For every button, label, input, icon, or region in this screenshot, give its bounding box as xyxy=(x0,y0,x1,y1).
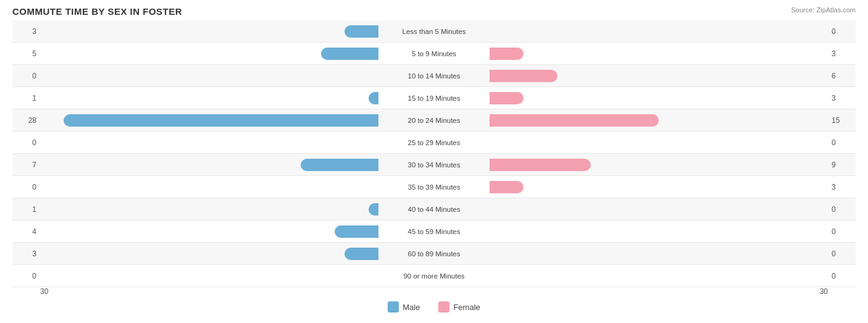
male-bar xyxy=(321,48,378,60)
left-bar-container xyxy=(40,180,378,194)
right-bar-container xyxy=(490,91,828,105)
left-bar-container xyxy=(40,47,378,61)
right-bar-container xyxy=(490,269,828,283)
female-value: 0 xyxy=(828,227,856,236)
female-bar xyxy=(490,48,524,60)
right-bar-container xyxy=(490,136,828,149)
bars-wrapper: 25 to 29 Minutes xyxy=(40,132,828,153)
axis-right: 30 xyxy=(820,287,828,296)
table-row: 7 30 to 34 Minutes 9 xyxy=(12,154,856,176)
male-bar xyxy=(344,248,378,260)
male-bar xyxy=(344,25,378,38)
row-label: 35 to 39 Minutes xyxy=(378,183,490,191)
female-bar xyxy=(490,70,557,82)
male-swatch xyxy=(388,301,399,313)
row-label: 20 to 24 Minutes xyxy=(378,117,490,124)
left-bar-container xyxy=(40,225,378,238)
table-row: 1 15 to 19 Minutes 3 xyxy=(12,87,856,109)
bars-wrapper: 40 to 44 Minutes xyxy=(40,198,828,220)
bars-wrapper: 20 to 24 Minutes xyxy=(40,109,828,131)
source-text: Source: ZipAtlas.com xyxy=(791,6,856,14)
chart-area: 3 Less than 5 Minutes 0 5 5 to 9 Minutes xyxy=(12,20,856,286)
bars-wrapper: 35 to 39 Minutes xyxy=(40,176,828,198)
table-row: 0 35 to 39 Minutes 3 xyxy=(12,176,856,198)
female-value: 0 xyxy=(828,205,856,214)
male-value: 1 xyxy=(12,94,40,103)
bars-wrapper: 15 to 19 Minutes xyxy=(40,87,828,109)
left-bar-container xyxy=(40,136,378,149)
male-value: 0 xyxy=(12,72,40,80)
female-value: 0 xyxy=(828,138,856,147)
female-value: 0 xyxy=(828,27,856,36)
male-value: 3 xyxy=(12,27,40,36)
table-row: 4 45 to 59 Minutes 0 xyxy=(12,220,856,243)
male-label: Male xyxy=(403,303,420,312)
male-value: 0 xyxy=(12,138,40,147)
row-label: 30 to 34 Minutes xyxy=(378,161,490,169)
table-row: 0 10 to 14 Minutes 6 xyxy=(12,65,856,87)
female-bar xyxy=(490,159,591,171)
female-bar xyxy=(490,181,524,193)
bars-wrapper: 10 to 14 Minutes xyxy=(40,65,828,86)
row-label: 10 to 14 Minutes xyxy=(378,72,490,80)
female-value: 9 xyxy=(828,161,856,169)
female-value: 3 xyxy=(828,183,856,191)
left-bar-container xyxy=(40,269,378,283)
right-bar-container xyxy=(490,225,828,238)
table-row: 3 Less than 5 Minutes 0 xyxy=(12,20,856,43)
row-label: 60 to 89 Minutes xyxy=(378,250,490,258)
chart-title: COMMUTE TIME BY SEX IN FOSTER xyxy=(12,6,856,17)
right-bar-container xyxy=(490,158,828,172)
male-value: 4 xyxy=(12,227,40,236)
male-value: 0 xyxy=(12,183,40,191)
female-value: 6 xyxy=(828,72,856,80)
table-row: 3 60 to 89 Minutes 0 xyxy=(12,243,856,265)
male-value: 7 xyxy=(12,161,40,169)
male-value: 5 xyxy=(12,49,40,58)
table-row: 0 90 or more Minutes 0 xyxy=(12,265,856,287)
table-row: 5 5 to 9 Minutes 3 xyxy=(12,43,856,65)
male-value: 0 xyxy=(12,272,40,280)
female-bar xyxy=(490,92,524,104)
male-bar xyxy=(64,114,378,127)
right-bar-container xyxy=(490,203,828,216)
bars-wrapper: Less than 5 Minutes xyxy=(40,20,828,42)
axis-labels: 30 30 xyxy=(12,287,856,296)
left-bar-container xyxy=(40,114,378,127)
row-label: 15 to 19 Minutes xyxy=(378,94,490,102)
male-value: 3 xyxy=(12,250,40,258)
male-bar xyxy=(301,159,378,171)
chart-container: COMMUTE TIME BY SEX IN FOSTER Source: Zi… xyxy=(0,0,868,323)
bars-wrapper: 60 to 89 Minutes xyxy=(40,243,828,264)
female-value: 3 xyxy=(828,94,856,103)
bars-wrapper: 45 to 59 Minutes xyxy=(40,220,828,242)
left-bar-container xyxy=(40,203,378,216)
right-bar-container xyxy=(490,247,828,261)
male-bar xyxy=(369,203,378,216)
right-bar-container xyxy=(490,69,828,83)
legend-area: Male Female xyxy=(12,298,856,316)
legend-female: Female xyxy=(438,301,480,313)
female-label: Female xyxy=(453,303,480,312)
left-bar-container xyxy=(40,91,378,105)
right-bar-container xyxy=(490,114,828,127)
left-bar-container xyxy=(40,25,378,38)
table-row: 28 20 to 24 Minutes 15 xyxy=(12,109,856,132)
female-swatch xyxy=(438,301,449,313)
bars-wrapper: 30 to 34 Minutes xyxy=(40,154,828,175)
bars-wrapper: 5 to 9 Minutes xyxy=(40,43,828,64)
female-value: 0 xyxy=(828,272,856,280)
female-value: 0 xyxy=(828,250,856,258)
axis-left: 30 xyxy=(40,287,48,296)
female-value: 15 xyxy=(828,116,856,125)
table-row: 0 25 to 29 Minutes 0 xyxy=(12,132,856,154)
row-label: 40 to 44 Minutes xyxy=(378,206,490,213)
legend-male: Male xyxy=(388,301,420,313)
row-label: Less than 5 Minutes xyxy=(378,28,490,35)
row-label: 90 or more Minutes xyxy=(378,272,490,280)
left-bar-container xyxy=(40,158,378,172)
female-bar xyxy=(490,114,659,127)
male-value: 1 xyxy=(12,205,40,214)
male-bar xyxy=(369,92,378,104)
male-bar xyxy=(335,225,378,238)
